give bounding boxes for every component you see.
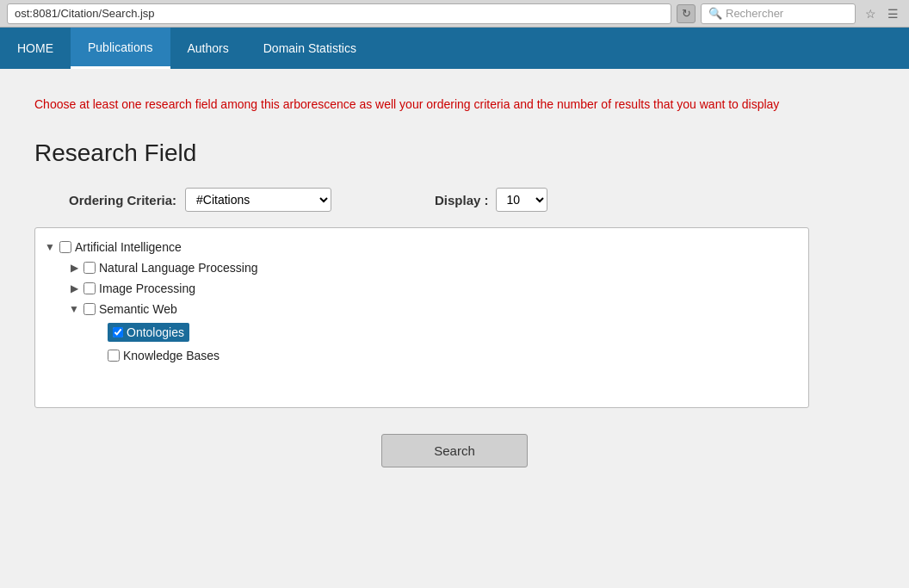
tree-toggle-nlp[interactable]: ▶ [68,262,80,274]
tree-label-ip[interactable]: Image Processing [99,282,195,295]
research-field-title: Research Field [34,139,875,167]
bookmark-button[interactable]: ☆ [861,4,880,23]
tree-item-kb: ▶ Knowledge Bases [92,345,800,366]
display-select[interactable]: 10 20 50 100 [496,188,547,212]
tree-checkbox-ip[interactable] [83,282,96,294]
tree-toggle-ai[interactable]: ▼ [44,241,56,253]
tree-label-ontologies[interactable]: Ontologies [127,325,184,339]
tree-item-ontologies: ▶ Ontologies [92,319,800,345]
search-placeholder: Rechercher [726,7,783,20]
nav-item-domain-statistics[interactable]: Domain Statistics [246,28,374,69]
ordering-criteria-label: Ordering Criteria: [69,193,176,207]
search-icon: 🔍 [708,7,722,20]
nav-label-authors: Authors [188,41,229,55]
tree-children-ai: ▶ Natural Language Processing ▶ Image Pr… [44,257,800,366]
browser-actions: ☆ ☰ [861,4,902,23]
ordering-criteria-select[interactable]: #Citations Year Title Author [185,188,331,212]
nav-item-home[interactable]: HOME [0,28,71,69]
tree-toggle-ip[interactable]: ▶ [68,282,80,294]
tree-label-ai[interactable]: Artificial Intelligence [75,240,182,254]
url-text: ost:8081/Citation/Search.jsp [15,7,155,20]
tree-item-ip: ▶ Image Processing [68,278,800,299]
url-bar[interactable]: ost:8081/Citation/Search.jsp [7,3,671,24]
instruction-text: Choose at least one research field among… [34,95,861,114]
tree-label-nlp[interactable]: Natural Language Processing [99,261,257,275]
main-content: Choose at least one research field among… [0,69,909,588]
nav-label-home: HOME [17,41,53,55]
tree-item-sw: ▼ Semantic Web [68,299,800,319]
tree-label-kb[interactable]: Knowledge Bases [123,349,220,362]
bookmark-icon: ☆ [865,7,876,21]
menu-icon: ☰ [887,7,899,21]
search-btn-container: Search [34,434,875,467]
search-button[interactable]: Search [381,434,528,467]
tree-label-sw[interactable]: Semantic Web [99,302,177,316]
nav-label-domain-statistics: Domain Statistics [263,41,356,55]
criteria-row: Ordering Criteria: #Citations Year Title… [34,188,875,212]
tree-checkbox-ai[interactable] [59,241,71,253]
tree-item-ai: ▼ Artificial Intelligence [44,237,800,257]
browser-search-bar[interactable]: 🔍 Rechercher [701,3,856,24]
tree-toggle-sw[interactable]: ▼ [68,303,80,315]
tree-checkbox-ontologies[interactable] [113,327,123,337]
browser-chrome: ost:8081/Citation/Search.jsp ↻ 🔍 Recherc… [0,0,909,28]
nav-item-publications[interactable]: Publications [71,28,170,69]
tree-container[interactable]: ▼ Artificial Intelligence ▶ Natural Lang… [34,227,809,408]
nav-label-publications: Publications [88,40,153,54]
tree-checkbox-nlp[interactable] [83,262,96,274]
tree-checkbox-kb[interactable] [108,350,120,362]
menu-button[interactable]: ☰ [883,4,902,23]
tree-item-nlp: ▶ Natural Language Processing [68,257,800,278]
reload-icon: ↻ [682,7,691,20]
display-label: Display : [435,193,489,207]
tree-checkbox-sw[interactable] [83,303,96,315]
tree-children-sw: ▶ Ontologies ▶ Knowledge Bases [68,319,800,366]
ontologies-selected-item[interactable]: Ontologies [108,323,189,342]
reload-button[interactable]: ↻ [677,4,696,23]
nav-bar: HOME Publications Authors Domain Statist… [0,28,909,69]
nav-item-authors[interactable]: Authors [170,28,246,69]
